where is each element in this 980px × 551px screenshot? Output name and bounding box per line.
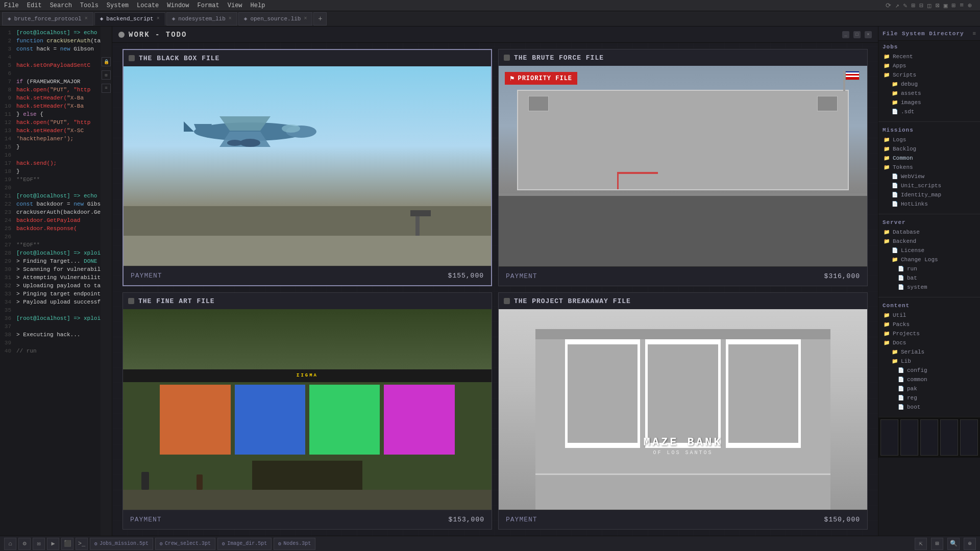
- toolbar-icon-7[interactable]: ⊠: [936, 2, 940, 10]
- sidebar-item-system[interactable]: 📄 system: [883, 283, 976, 292]
- editor-panel: 1 2 3 4 5 6 7 8 9 10 11 12 13 14 15 16 1…: [0, 27, 112, 536]
- sidebar-item-config[interactable]: 📄 config: [883, 366, 976, 375]
- sidebar-item-serials[interactable]: 📁 Serials: [883, 347, 976, 357]
- toolbar-icon-4[interactable]: ⊞: [911, 2, 915, 10]
- settings-button[interactable]: ⚙: [18, 538, 31, 550]
- sidebar-item-debug[interactable]: 📁 debug: [883, 80, 976, 89]
- menu-view[interactable]: View: [228, 2, 242, 9]
- toolbar-icon-2[interactable]: ↗: [895, 2, 899, 10]
- menu-search[interactable]: Search: [50, 2, 72, 9]
- minimize-button[interactable]: _: [842, 31, 849, 38]
- sidebar-item-pak[interactable]: 📄 pak: [883, 384, 976, 393]
- side-icon-grid[interactable]: ⊞: [102, 70, 111, 80]
- toolbar-icon-5[interactable]: ⊟: [919, 2, 923, 10]
- side-icon-lock[interactable]: 🔒: [102, 57, 111, 66]
- status-tab-label: Nodes.3pt: [283, 541, 311, 546]
- status-tab-jobs-mission[interactable]: ⚙ Jobs_mission.5pt: [90, 538, 153, 550]
- status-tab-label: Crew_select.3pt: [165, 541, 211, 546]
- toolbar-icon-10[interactable]: ≡: [960, 2, 964, 9]
- toolbar-icon-8[interactable]: ▣: [944, 2, 948, 10]
- toolbar-icon-9[interactable]: ⊞: [952, 2, 956, 10]
- menu-locate[interactable]: Locate: [137, 2, 159, 9]
- flag-element: [843, 71, 860, 80]
- ground-equipment: [405, 205, 436, 246]
- sidebar-item-identity-map[interactable]: 📄 Identity_map: [883, 190, 976, 199]
- code-content[interactable]: [root@localhost] => echo "$( function cr…: [14, 27, 112, 357]
- menu-help[interactable]: Help: [251, 2, 265, 9]
- sidebar-item-common[interactable]: 📁 Common: [883, 154, 976, 163]
- maximize-button[interactable]: □: [853, 31, 861, 38]
- stop-button[interactable]: ⬛: [61, 538, 74, 550]
- sidebar-item-backlog[interactable]: 📁 Backlog: [883, 144, 976, 154]
- mail-button[interactable]: ✉: [33, 538, 45, 550]
- tab-nodesystem[interactable]: ◈ nodesystem_lib ×: [166, 12, 237, 26]
- toolbar-icon-3[interactable]: ✎: [903, 2, 908, 10]
- sidebar-item-run[interactable]: 📄 run: [883, 264, 976, 273]
- menu-file[interactable]: File: [4, 2, 19, 9]
- mission-card-breakaway[interactable]: THE PROJECT BREAKAWAY FILE: [498, 292, 868, 530]
- sidebar-item-license[interactable]: 📄 License: [883, 246, 976, 255]
- menu-format[interactable]: Format: [198, 2, 219, 9]
- status-tab-nodes[interactable]: ⚙ Nodes.3pt: [274, 538, 315, 550]
- sidebar-item-tokens[interactable]: 📁 Tokens: [883, 163, 976, 172]
- sidebar-item-webview[interactable]: 📄 WebView: [883, 172, 976, 181]
- home-button[interactable]: ⌂: [4, 538, 16, 550]
- sidebar-item-logs[interactable]: 📁 Logs: [883, 135, 976, 144]
- sidebar-item-database[interactable]: 📁 Database: [883, 228, 976, 237]
- folder-icon: 📁: [884, 331, 890, 337]
- tab-close[interactable]: ×: [157, 16, 160, 21]
- sidebar-item-reg[interactable]: 📄 reg: [883, 393, 976, 403]
- status-tab-crew-select[interactable]: ⚙ Crew_select.3pt: [155, 538, 215, 550]
- tab-close[interactable]: ×: [229, 16, 232, 21]
- sidebar-menu-icon[interactable]: ≡: [972, 31, 976, 37]
- sidebar-item-change-logs[interactable]: 📁 Change Logs: [883, 255, 976, 264]
- sidebar-item-projects[interactable]: 📁 Projects: [883, 329, 976, 338]
- tab-close[interactable]: ×: [304, 16, 307, 21]
- sidebar-item-sdt[interactable]: 📄 .sdt: [883, 107, 976, 116]
- sidebar-item-backend[interactable]: 📁 Backend: [883, 237, 976, 246]
- tab-backend-script[interactable]: ◈ backend_script ×: [94, 12, 165, 26]
- menu-system[interactable]: System: [107, 2, 129, 9]
- tab-add-button[interactable]: +: [313, 12, 327, 26]
- sidebar-item-common-file[interactable]: 📄 common: [883, 375, 976, 384]
- status-tab-image-dir[interactable]: ⚙ Image_dir.5pt: [217, 538, 272, 550]
- sidebar-item-unit-scripts[interactable]: 📄 Unit_scripts: [883, 181, 976, 190]
- sidebar-item-packs[interactable]: 📁 Packs: [883, 320, 976, 329]
- sidebar-item-scripts[interactable]: 📁 Scripts: [883, 70, 976, 80]
- toolbar-icon-6[interactable]: ◫: [927, 2, 932, 10]
- zoom-button[interactable]: ⊕: [964, 538, 976, 550]
- mission-card-black-box[interactable]: THE BLACK BOX FILE: [122, 49, 492, 286]
- toolbar-icon-1[interactable]: ⟳: [886, 2, 891, 10]
- menu-tools[interactable]: Tools: [80, 2, 99, 9]
- toolbar-icon-11[interactable]: ⊕: [968, 2, 972, 10]
- tab-close[interactable]: ×: [85, 16, 88, 21]
- sidebar-item-docs[interactable]: 📁 Docs: [883, 338, 976, 347]
- tab-open-source[interactable]: ◈ open_source.lib ×: [238, 12, 313, 26]
- expand-button[interactable]: ⇱: [915, 538, 927, 550]
- card-header: THE FINE ART FILE: [123, 293, 492, 309]
- sidebar-item-assets[interactable]: 📁 assets: [883, 89, 976, 98]
- play-button[interactable]: ▶: [47, 538, 59, 550]
- side-icon-layer[interactable]: ≡: [102, 84, 111, 93]
- tab-icon: ◈: [100, 15, 104, 22]
- sidebar-item-apps[interactable]: 📁 Apps: [883, 61, 976, 70]
- card-header: THE PROJECT BREAKAWAY FILE: [499, 293, 867, 309]
- sidebar-item-lib[interactable]: 📁 Lib: [883, 357, 976, 366]
- mission-card-brute-force[interactable]: THE BRUTE FORCE FILE: [498, 49, 868, 286]
- layout-button[interactable]: ⊞: [931, 538, 943, 550]
- sidebar-item-recent[interactable]: 📁 Recent: [883, 52, 976, 61]
- sidebar-item-label: Tokens: [893, 164, 913, 170]
- sidebar-item-util[interactable]: 📁 Util: [883, 311, 976, 320]
- close-button[interactable]: ×: [865, 31, 872, 38]
- sidebar-item-boot[interactable]: 📄 boot: [883, 403, 976, 412]
- sidebar-item-hotlinks[interactable]: 📄 HotLinks: [883, 199, 976, 209]
- terminal-button[interactable]: >_: [76, 538, 88, 550]
- menu-edit[interactable]: Edit: [27, 2, 42, 9]
- mission-card-fine-art[interactable]: THE FINE ART FILE ΣIGMA: [122, 292, 492, 530]
- sidebar-item-bat[interactable]: 📄 bat: [883, 273, 976, 283]
- sidebar-item-images[interactable]: 📁 images: [883, 98, 976, 107]
- search-status-button[interactable]: 🔍: [947, 538, 960, 550]
- menu-window[interactable]: Window: [167, 2, 189, 9]
- folder-icon: 📁: [884, 137, 890, 143]
- tab-brute-force[interactable]: ◈ brute_force_protocol ×: [2, 12, 93, 26]
